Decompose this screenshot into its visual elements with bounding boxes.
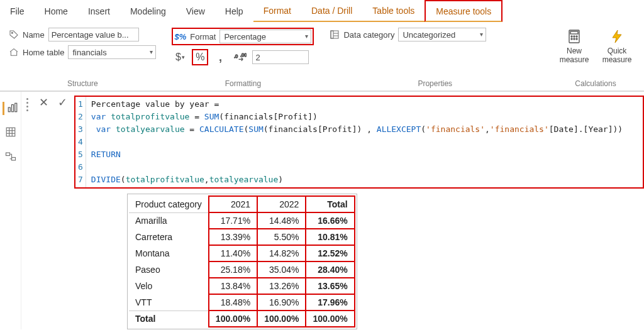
home-icon: [9, 47, 19, 57]
svg-point-9: [571, 36, 572, 37]
svg-point-0: [11, 32, 13, 33]
chevron-down-icon: ▾: [305, 33, 308, 40]
report-view-button[interactable]: [3, 102, 18, 115]
format-label: Format: [190, 32, 216, 41]
chevron-down-icon: ▾: [480, 31, 483, 38]
ribbon-panel: Name Home table financials ▾ Structure $…: [0, 23, 644, 92]
commit-formula-button[interactable]: ✓: [55, 96, 69, 109]
home-table-select[interactable]: financials ▾: [68, 45, 156, 59]
svg-point-14: [576, 38, 577, 40]
svg-point-13: [574, 38, 575, 40]
group-formatting: $% Format Percentage ▾ $▾ % , .0.00 Form…: [167, 25, 319, 91]
decimals-input[interactable]: [252, 50, 309, 64]
name-label: Name: [23, 30, 45, 40]
table-row: Paseo25.18%35.04%28.40%: [129, 261, 355, 278]
svg-point-10: [574, 36, 575, 37]
table-row: Amarilla17.71%14.48%16.66%: [129, 212, 355, 229]
matrix-visual[interactable]: Product category 2021 2022 Total Amarill…: [127, 194, 357, 329]
view-rail: [0, 92, 21, 329]
group-properties-label: Properties: [330, 78, 540, 91]
svg-point-11: [576, 36, 577, 37]
tab-measure-tools[interactable]: Measure tools: [425, 0, 502, 22]
line-gutter: 1234567: [75, 97, 86, 187]
lightning-icon: [608, 28, 626, 45]
grip-icon[interactable]: [26, 96, 31, 111]
new-measure-button[interactable]: New measure: [556, 28, 592, 64]
col-2022[interactable]: 2022: [257, 196, 306, 212]
category-icon: [330, 30, 340, 40]
tab-help[interactable]: Help: [215, 0, 253, 22]
col-2021[interactable]: 2021: [209, 196, 257, 212]
table-row: Montana11.40%14.82%12.52%: [129, 245, 355, 261]
tab-view[interactable]: View: [176, 0, 215, 22]
tab-modeling[interactable]: Modeling: [120, 0, 176, 22]
home-table-value: financials: [72, 48, 106, 57]
tab-insert[interactable]: Insert: [78, 0, 120, 22]
name-input[interactable]: [48, 28, 139, 41]
tab-table-tools[interactable]: Table tools: [362, 0, 425, 22]
formula-code[interactable]: Percentage value by year =var totalprofi…: [86, 97, 628, 187]
data-category-select[interactable]: Uncategorized ▾: [398, 28, 486, 41]
formula-editor[interactable]: 1234567 Percentage value by year =var to…: [74, 96, 644, 189]
svg-rect-24: [11, 158, 15, 161]
calculator-icon: [565, 28, 583, 45]
svg-rect-17: [15, 103, 17, 112]
svg-rect-16: [12, 105, 14, 112]
svg-rect-3: [331, 31, 338, 38]
quick-measure-button[interactable]: Quick measure: [599, 28, 635, 64]
table-row: VTT18.48%16.90%17.96%: [129, 294, 355, 311]
svg-rect-18: [6, 128, 15, 136]
group-calculations-label: Calculations: [556, 78, 635, 91]
tag-icon: [9, 30, 19, 40]
svg-rect-15: [8, 107, 10, 112]
col-category[interactable]: Product category: [129, 196, 209, 212]
data-view-button[interactable]: [5, 126, 16, 140]
group-properties: Data category Uncategorized ▾ Properties: [325, 25, 545, 91]
group-structure: Name Home table financials ▾ Structure: [4, 25, 161, 91]
format-value: Percentage: [224, 32, 266, 41]
table-total-row: Total 100.00% 100.00% 100.00%: [129, 311, 355, 327]
col-total[interactable]: Total: [306, 196, 354, 212]
home-table-label: Home table: [23, 48, 64, 57]
svg-rect-23: [6, 153, 9, 156]
group-calculations: New measure Quick measure Calculations: [551, 25, 640, 91]
svg-text:.0: .0: [234, 53, 238, 59]
group-structure-label: Structure: [9, 78, 156, 91]
tab-data-drill[interactable]: Data / Drill: [301, 0, 362, 22]
chevron-down-icon: ▾: [150, 48, 153, 55]
svg-rect-4: [331, 31, 333, 38]
currency-button[interactable]: $▾: [172, 49, 188, 65]
thousand-sep-button[interactable]: ,: [212, 49, 228, 65]
format-icon: $%: [174, 32, 186, 41]
tab-home[interactable]: Home: [35, 0, 78, 22]
decimal-button[interactable]: .0.00: [232, 49, 248, 65]
svg-rect-8: [570, 31, 578, 34]
svg-point-12: [571, 38, 572, 40]
table-row: Velo13.84%13.26%13.65%: [129, 278, 355, 294]
ribbon-tabs: File Home Insert Modeling View Help Form…: [0, 0, 644, 23]
table-row: Carretera13.39%5.50%10.81%: [129, 229, 355, 245]
workspace: ✕ ✓ 1234567 Percentage value by year =va…: [0, 92, 644, 329]
svg-text:.00: .00: [240, 52, 247, 58]
data-category-label: Data category: [343, 30, 394, 40]
cancel-formula-button[interactable]: ✕: [36, 96, 50, 109]
tab-file[interactable]: File: [0, 0, 35, 22]
format-select[interactable]: Percentage ▾: [219, 30, 311, 43]
data-category-value: Uncategorized: [402, 30, 455, 40]
model-view-button[interactable]: [5, 151, 16, 164]
group-formatting-label: Formatting: [172, 78, 314, 91]
tab-format[interactable]: Format: [253, 0, 301, 22]
percent-button[interactable]: %: [192, 49, 208, 65]
